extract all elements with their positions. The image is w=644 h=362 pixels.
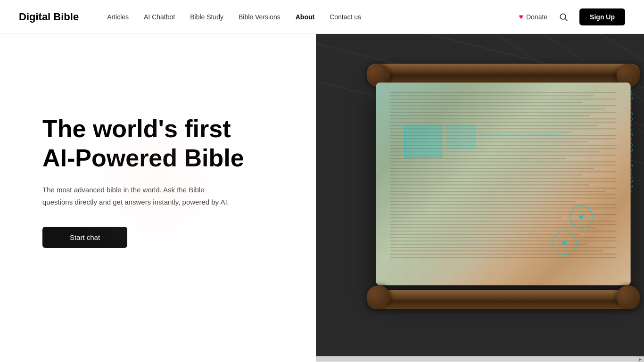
cap-bottom-right [617, 285, 640, 309]
scroll-line [390, 122, 617, 123]
scroll-line [390, 165, 617, 165]
binary-char: 1 [631, 92, 644, 96]
scroll-line [390, 112, 617, 113]
ui-overlay-rect-2 [447, 125, 475, 148]
donate-link[interactable]: ♥ Donate [519, 13, 547, 21]
nav-right: ♥ Donate Sign Up [519, 8, 625, 25]
binary-char: 0 [631, 149, 644, 153]
scrollbar-right-arrow[interactable]: ▶ [636, 356, 644, 362]
binary-char: 1 [631, 170, 644, 173]
nav-links: Articles AI Chatbot Bible Study Bible Ve… [107, 13, 519, 21]
signup-button[interactable]: Sign Up [579, 8, 625, 25]
binary-char: 1 [631, 123, 644, 127]
brand-logo[interactable]: Digital Bible [19, 11, 79, 23]
hero-heading-line2: AI-Powered Bible [42, 144, 244, 172]
binary-char: 0 [631, 133, 644, 137]
scroll-line [390, 197, 617, 198]
svg-point-0 [560, 14, 566, 19]
binary-char: 0 [631, 144, 644, 148]
scroll-roller-bottom [367, 290, 640, 309]
scroll-line [390, 201, 576, 202]
scroll-line [390, 227, 596, 228]
binary-char: 1 [631, 102, 644, 106]
nav-bible-versions[interactable]: Bible Versions [239, 13, 281, 21]
binary-column: 1 0 1 1 0 0 1 1 0 1 0 0 1 1 0 1 1 0 0 1 [631, 92, 644, 194]
nav-contact[interactable]: Contact us [330, 13, 361, 21]
scroll-line [390, 161, 617, 162]
search-button[interactable] [557, 10, 570, 24]
scroll-line [390, 247, 617, 248]
scroll-line [390, 174, 583, 175]
hero-heading-line1: The world's first [42, 115, 231, 142]
scroll-text-lines [390, 92, 617, 276]
bible-scroll-image: 1 0 1 1 0 0 1 1 0 1 0 0 1 1 0 1 1 0 0 1 [357, 54, 644, 318]
scroll-line [390, 230, 617, 231]
scroll-line [390, 217, 562, 218]
scroll-line [390, 95, 594, 96]
svg-line-1 [565, 18, 568, 21]
scroll-line [390, 108, 605, 109]
binary-char: 0 [631, 113, 644, 116]
scroll-line [390, 115, 589, 116]
scroll-line [390, 99, 617, 99]
scroll-line [390, 250, 603, 251]
scroll-line [390, 171, 617, 172]
scroll-line [390, 191, 605, 192]
scroll-line [390, 257, 617, 258]
binary-char: 1 [631, 128, 644, 132]
scroll-line [390, 254, 617, 255]
nav-articles[interactable]: Articles [107, 13, 129, 21]
donate-label: Donate [526, 13, 547, 21]
search-icon [559, 12, 568, 22]
scroll-line [390, 102, 583, 103]
binary-char: 0 [631, 180, 644, 184]
scroll-line [390, 234, 580, 235]
nav-ai-chatbot[interactable]: AI Chatbot [144, 13, 175, 21]
navbar: Digital Bible Articles AI Chatbot Bible … [0, 0, 644, 34]
scroll-line [390, 240, 617, 241]
binary-char: 1 [631, 139, 644, 142]
scroll-line [390, 158, 567, 159]
scroll-line [390, 105, 617, 106]
scroll-body [376, 82, 631, 285]
scroll-line [390, 244, 587, 245]
nav-about[interactable]: About [296, 13, 314, 21]
binary-char: 1 [631, 159, 644, 163]
hero-section: The world's first AI-Powered Bible The m… [0, 0, 644, 362]
scroll-line [390, 188, 617, 189]
ui-overlay-rect-1 [405, 125, 442, 158]
hero-heading: The world's first AI-Powered Bible [42, 114, 273, 173]
scroll-line [390, 184, 589, 185]
start-chat-button[interactable]: Start chat [42, 227, 127, 248]
cap-bottom-left [367, 285, 390, 309]
ui-overlay-circle [570, 205, 593, 229]
scroll-line [390, 237, 617, 238]
scroll-line [390, 92, 617, 93]
binary-char: 0 [631, 165, 644, 168]
binary-char: 0 [631, 118, 644, 122]
scroll-line [390, 194, 617, 195]
scroll-line [390, 181, 617, 182]
hero-subtext: The most advanced bible in the world. As… [42, 184, 231, 208]
binary-char: 1 [631, 175, 644, 179]
scroll-line [390, 118, 617, 119]
scroll-line [390, 178, 617, 179]
binary-char: 1 [631, 190, 644, 194]
binary-char: 1 [631, 154, 644, 158]
binary-char: 1 [631, 107, 644, 111]
scroll-line [390, 211, 592, 212]
binary-char: 0 [631, 97, 644, 101]
nav-bible-study[interactable]: Bible Study [190, 13, 223, 21]
hero-right-panel: 1 0 1 1 0 0 1 1 0 1 0 0 1 1 0 1 1 0 0 1 [316, 0, 644, 362]
scroll-roller-top [367, 64, 640, 82]
binary-char: 0 [631, 185, 644, 189]
scroll-line [390, 168, 594, 169]
heart-icon: ♥ [519, 13, 523, 21]
hero-left-panel: The world's first AI-Powered Bible The m… [0, 0, 316, 362]
